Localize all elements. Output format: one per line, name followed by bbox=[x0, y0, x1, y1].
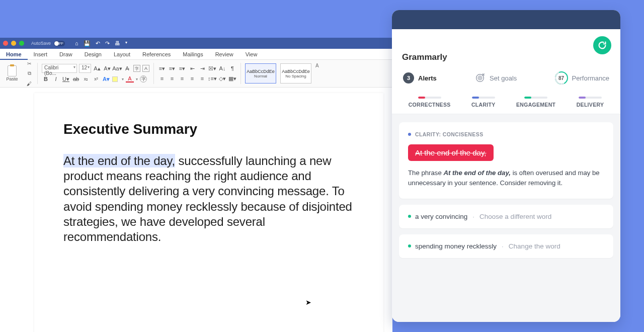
increase-indent-icon[interactable]: ⇥ bbox=[198, 64, 206, 72]
home-icon[interactable]: ⌂ bbox=[75, 40, 78, 47]
tag-text: CLARITY: CONCISENESS bbox=[415, 131, 484, 137]
grammarly-panel: Grammarly 3 Alerts Set goals 87 Performa… bbox=[392, 10, 620, 322]
shrink-font-icon[interactable]: A▾ bbox=[103, 64, 111, 72]
justify-icon[interactable]: ≡ bbox=[188, 74, 196, 82]
underline-button[interactable]: U▾ bbox=[62, 75, 70, 83]
close-icon[interactable] bbox=[3, 41, 8, 46]
card-phrase: a very convincing bbox=[415, 213, 467, 220]
style-no-spacing[interactable]: AaBbCcDdEe No Spacing bbox=[280, 63, 311, 84]
mode-performance[interactable]: 87 Performance bbox=[555, 71, 609, 85]
tab-layout[interactable]: Layout bbox=[108, 49, 136, 60]
tab-design[interactable]: Design bbox=[78, 49, 108, 60]
decrease-indent-icon[interactable]: ⇤ bbox=[188, 64, 196, 72]
chevron-down-icon[interactable]: ▾ bbox=[125, 40, 127, 47]
tab-review[interactable]: Review bbox=[209, 49, 239, 60]
panel-header-bar bbox=[392, 10, 620, 29]
cat-correctness[interactable]: CORRECTNESS bbox=[409, 97, 451, 108]
paste-button[interactable]: Paste bbox=[3, 65, 21, 81]
tab-mailings[interactable]: Mailings bbox=[177, 49, 209, 60]
clear-formatting-icon[interactable]: A̶ bbox=[123, 64, 131, 72]
font-color-icon[interactable]: A bbox=[126, 76, 134, 82]
ribbon-tabs: Home Insert Draw Design Layout Reference… bbox=[0, 49, 392, 60]
italic-button[interactable]: I bbox=[52, 75, 60, 83]
phonetic-guide-icon[interactable]: 字 bbox=[133, 65, 140, 72]
paragraph-group: ≡▾ ≡▾ ≡▾ ⇤ ⇥ ☒▾ A↓ ¶ ≡ ≡ ≡ ≡ ≡ ↕≡▾ ◇▾ ▦▾ bbox=[158, 64, 236, 82]
tab-references[interactable]: References bbox=[136, 49, 177, 60]
cat-label: ENGAGEMENT bbox=[516, 102, 555, 108]
print-icon[interactable]: 🖶 bbox=[115, 40, 120, 47]
maximize-icon[interactable] bbox=[19, 41, 24, 46]
toggle-off-icon[interactable]: OFF bbox=[54, 41, 65, 46]
suggestion-card[interactable]: a very convincing·Choose a different wor… bbox=[399, 205, 613, 228]
target-icon bbox=[474, 72, 486, 84]
format-painter-icon[interactable]: 🖌 bbox=[25, 79, 33, 88]
font-size-select[interactable]: 12 bbox=[79, 64, 91, 73]
bullets-icon[interactable]: ≡▾ bbox=[158, 64, 166, 72]
cat-engagement[interactable]: ENGAGEMENT bbox=[516, 97, 555, 108]
dot-icon bbox=[408, 215, 411, 218]
autosave-toggle[interactable]: AutoSave OFF bbox=[31, 41, 65, 46]
show-marks-icon[interactable]: ¶ bbox=[228, 64, 236, 72]
text-effects-icon[interactable]: A▾ bbox=[102, 75, 110, 83]
mode-set-goals[interactable]: Set goals bbox=[474, 71, 517, 85]
redo-icon[interactable]: ↷ bbox=[105, 40, 110, 47]
bar-icon bbox=[472, 97, 495, 99]
style-name: No Spacing bbox=[285, 74, 306, 78]
align-center-icon[interactable]: ≡ bbox=[168, 74, 176, 82]
align-right-icon[interactable]: ≡ bbox=[178, 74, 186, 82]
undo-icon[interactable]: ↶ bbox=[96, 40, 100, 47]
subscript-button[interactable]: x₂ bbox=[82, 75, 90, 83]
border-icon[interactable]: A bbox=[142, 65, 149, 72]
mode-label: Set goals bbox=[490, 74, 517, 82]
separator bbox=[240, 63, 241, 84]
tab-insert[interactable]: Insert bbox=[28, 49, 54, 60]
highlighted-text: At the end of the day, bbox=[63, 154, 175, 168]
shading-icon[interactable]: ◇▾ bbox=[218, 74, 226, 82]
card-phrase: spending money recklessly bbox=[415, 242, 497, 250]
cat-clarity[interactable]: CLARITY bbox=[471, 97, 496, 108]
tab-draw[interactable]: Draw bbox=[53, 49, 78, 60]
grow-font-icon[interactable]: A▴ bbox=[93, 64, 101, 72]
change-case-icon[interactable]: Aa▾ bbox=[113, 64, 121, 72]
borders-icon[interactable]: ▦▾ bbox=[228, 74, 236, 82]
card-tag: CLARITY: CONCISENESS bbox=[408, 131, 604, 137]
sort-icon[interactable]: A↓ bbox=[218, 64, 226, 72]
bar-icon bbox=[418, 97, 441, 99]
style-sample: AaBbCcDdEe bbox=[247, 69, 275, 74]
style-sample: AaBbCcDdEe bbox=[282, 69, 310, 74]
style-normal[interactable]: AaBbCcDdEe Normal bbox=[245, 63, 276, 84]
distributed-icon[interactable]: ≡ bbox=[198, 74, 206, 82]
numbering-icon[interactable]: ≡▾ bbox=[168, 64, 176, 72]
font-group: Calibri (Bo... 12 A▴ A▾ Aa▾ A̶ 字 A B I U… bbox=[42, 64, 149, 83]
line-spacing-icon[interactable]: ↕≡▾ bbox=[208, 74, 216, 82]
cut-icon[interactable]: ✂ bbox=[25, 59, 33, 67]
tab-view[interactable]: View bbox=[239, 49, 264, 60]
dot-separator: · bbox=[502, 242, 504, 250]
document-page[interactable]: Executive Summary At the end of the day,… bbox=[34, 93, 383, 332]
font-family-select[interactable]: Calibri (Bo... bbox=[42, 64, 77, 73]
cat-label: DELIVERY bbox=[577, 102, 604, 108]
asian-layout-icon[interactable]: ☒▾ bbox=[208, 64, 216, 72]
cat-delivery[interactable]: DELIVERY bbox=[577, 97, 604, 108]
multilevel-list-icon[interactable]: ≡▾ bbox=[178, 64, 186, 72]
align-left-icon[interactable]: ≡ bbox=[158, 74, 166, 82]
minimize-icon[interactable] bbox=[11, 41, 16, 46]
mode-alerts[interactable]: 3 Alerts bbox=[403, 71, 437, 85]
grammarly-logo-icon[interactable] bbox=[593, 36, 611, 54]
enclose-char-icon[interactable]: 字 bbox=[140, 75, 147, 82]
style-more: A bbox=[315, 63, 319, 68]
superscript-button[interactable]: x² bbox=[92, 75, 100, 83]
copy-icon[interactable]: ⧉ bbox=[25, 69, 33, 77]
tab-home[interactable]: Home bbox=[0, 49, 28, 60]
remove-suggestion-pill[interactable]: At the end of the day, bbox=[408, 144, 494, 161]
highlight-icon[interactable] bbox=[112, 76, 118, 82]
bar-icon bbox=[579, 97, 602, 99]
paste-label: Paste bbox=[6, 76, 18, 81]
bold-button[interactable]: B bbox=[42, 75, 50, 83]
strikethrough-button[interactable]: ab bbox=[72, 75, 80, 83]
category-bar: CORRECTNESS CLARITY ENGAGEMENT DELIVERY bbox=[392, 90, 620, 114]
suggestion-card[interactable]: spending money recklessly·Change the wor… bbox=[399, 234, 613, 258]
suggestion-card-expanded[interactable]: CLARITY: CONCISENESS At the end of the d… bbox=[399, 122, 613, 199]
save-icon[interactable]: 💾 bbox=[84, 40, 91, 47]
card-explanation: The phrase At the end of the day, is oft… bbox=[408, 168, 604, 189]
